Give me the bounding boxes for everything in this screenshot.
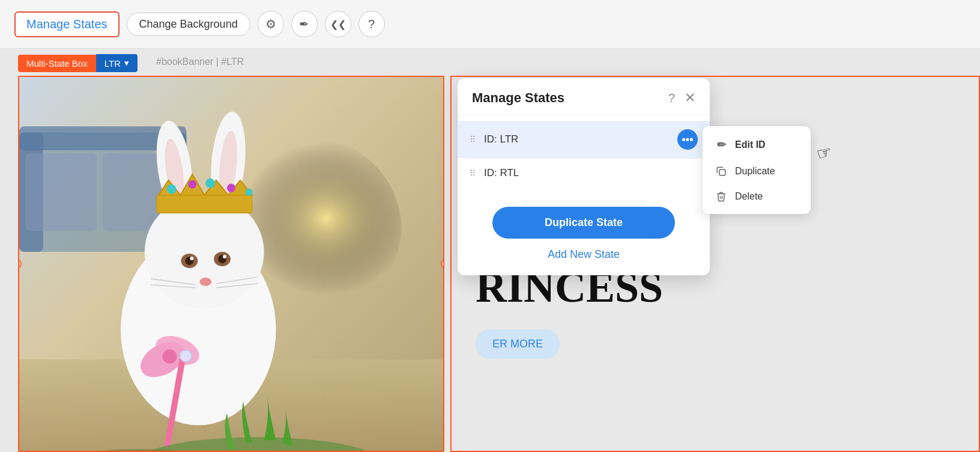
state-item-rtl[interactable]: ⠿ ID: RTL [458,159,710,188]
add-new-state-button[interactable]: Add New State [548,248,620,261]
duplicate-icon [715,166,728,177]
state-name-ltr: ID: LTR [484,133,677,145]
duplicate-label: Duplicate [735,166,775,177]
svg-rect-40 [719,170,725,176]
manage-states-button[interactable]: Manage States [14,11,119,37]
state-label-bar: Multi-State Box LTR ▾ [18,54,138,72]
panel-help-icon[interactable]: ? [668,91,675,105]
rabbit-illustration [19,77,443,451]
svg-point-18 [188,180,196,189]
state-box-label: Multi-State Box [18,55,96,72]
drag-handle-ltr: ⠿ [470,135,476,144]
svg-point-17 [167,185,177,194]
settings-icon[interactable]: ⚙ [258,11,284,37]
pen-icon[interactable]: ✒ [291,11,318,37]
svg-rect-16 [157,195,252,213]
help-icon[interactable]: ? [358,11,385,37]
panel-footer: Duplicate State Add New State [458,192,710,275]
state-menu-button-ltr[interactable]: ••• [677,129,698,150]
svg-point-27 [223,255,226,258]
state-item-ltr[interactable]: ⠿ ID: LTR ••• [458,121,710,158]
edit-id-label: Edit ID [735,139,766,150]
canvas-frame [18,76,444,452]
svg-point-21 [246,189,253,196]
ltr-dropdown[interactable]: LTR ▾ [96,54,138,72]
layers-icon[interactable]: ❮❮ [325,11,351,37]
svg-point-37 [180,350,192,362]
manage-states-panel: Manage States ? ✕ ⠿ ID: LTR ••• ⠿ ID: RT… [458,78,710,275]
context-menu: ✏ Edit ID Duplicate D [703,126,811,214]
context-menu-duplicate[interactable]: Duplicate [703,159,811,184]
panel-header: Manage States ? ✕ [458,78,710,116]
svg-point-19 [205,179,215,188]
panel-title: Manage States [472,90,564,106]
state-name-rtl: ID: RTL [484,167,698,179]
context-menu-delete[interactable]: Delete [703,184,811,209]
delete-label: Delete [735,191,763,202]
state-list: ⠿ ID: LTR ••• ⠿ ID: RTL [458,116,710,192]
panel-header-actions: ? ✕ [668,91,695,105]
canvas-area: Multi-State Box LTR ▾ #bookBanner | #LTR [0,54,980,452]
edit-icon: ✏ [715,138,728,151]
svg-point-20 [227,184,235,192]
change-background-button[interactable]: Change Background [127,13,250,36]
toolbar: Manage States Change Background ⚙ ✒ ❮❮ ? [0,0,980,49]
svg-point-28 [199,278,211,286]
chevron-down-icon: ▾ [124,58,129,69]
canvas-background [19,77,443,451]
breadcrumb: #bookBanner | #LTR [156,56,244,67]
panel-close-button[interactable]: ✕ [685,91,695,105]
svg-point-35 [163,349,177,364]
drag-handle-rtl: ⠿ [470,168,476,178]
duplicate-state-button[interactable]: Duplicate State [492,207,675,239]
discover-more-button[interactable]: ER MORE [476,329,560,359]
context-menu-edit-id[interactable]: ✏ Edit ID [703,131,811,159]
svg-point-26 [190,257,193,260]
svg-rect-5 [25,153,97,231]
delete-icon [715,191,728,202]
